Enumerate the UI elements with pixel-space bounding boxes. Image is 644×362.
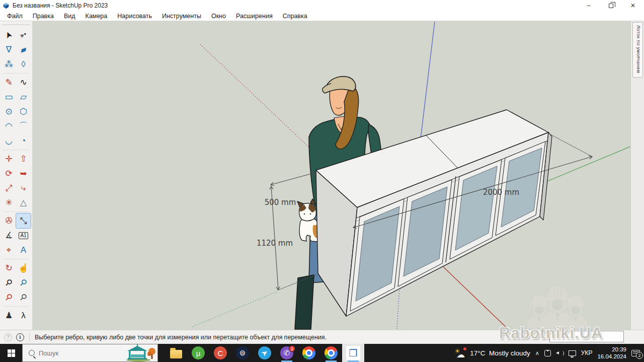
arc-tool[interactable]: ◠ [2, 119, 16, 133]
pie-icon: ◔ [21, 136, 26, 145]
menu-camera[interactable]: Камера [80, 12, 113, 20]
taskbar-apps: µC⊚➤✆2❒ [165, 344, 364, 362]
paint-bucket-tool[interactable]: ∇ [2, 42, 16, 57]
toolbar-grip[interactable] [3, 24, 30, 26]
tray-app-icon[interactable] [544, 350, 551, 356]
two-point-arc-tool[interactable]: ⌒ [16, 119, 31, 133]
3d-text-icon: A [21, 246, 26, 254]
taskbar-clock[interactable]: 20:39 16.04.2024 [597, 346, 626, 360]
orbit-icon: ↻ [5, 264, 12, 272]
rotated-rectangle-tool[interactable]: ▱ [16, 90, 31, 104]
dimension-length-label[interactable]: 2000 mm [483, 188, 519, 197]
walk-tool[interactable]: λ [16, 308, 31, 323]
tape-measure-tool[interactable]: ✇ [2, 213, 16, 228]
hidden-icons-chevron[interactable]: ∧ [535, 350, 539, 356]
dimension-height-label[interactable]: 1120 mm [257, 239, 293, 248]
scale-tool[interactable]: ⤢ [2, 181, 16, 195]
follow-me-tool[interactable]: ➥ [16, 166, 31, 181]
pan-tool[interactable]: ☝ [16, 261, 31, 275]
taskbar-telegram[interactable]: ➤ [254, 344, 276, 362]
scale-icon: ⤢ [6, 184, 13, 192]
freehand-tool[interactable]: ∿ [16, 75, 31, 90]
info-icon[interactable]: i [16, 333, 24, 341]
taskbar-search[interactable] [22, 344, 158, 362]
default-tray-tab[interactable]: Лоток по умолчанию [632, 22, 643, 78]
freehand-icon: ∿ [20, 78, 27, 87]
line-tool[interactable]: ✎ [2, 75, 16, 90]
toolbar-divider [1, 257, 31, 261]
text-tool[interactable]: A1 [16, 228, 31, 243]
select-tool[interactable]: ➤ [2, 28, 16, 42]
zoom-previous-icon: ⚲ [18, 292, 29, 303]
taskbar-viber[interactable]: ✆2 [276, 344, 298, 362]
offset-tool[interactable]: ⤷ [16, 181, 31, 195]
weather-icon: ☀☁ [454, 347, 466, 358]
tape-measure-icon: ✇ [5, 216, 12, 225]
volume-icon[interactable] [556, 350, 564, 356]
zoom-tool[interactable]: ⚲ [2, 275, 16, 290]
menu-edit[interactable]: Правка [28, 12, 59, 20]
network-icon[interactable] [569, 350, 576, 356]
three-point-arc-icon: ◡ [5, 136, 13, 145]
rotate-tool[interactable]: ⟳ [2, 166, 16, 181]
polygon-tool[interactable]: ⬡ [16, 104, 31, 119]
taskbar-chrome-2[interactable] [320, 344, 342, 362]
pie-tool[interactable]: ◔ [16, 133, 31, 148]
dimension-depth-label[interactable]: 500 mm [265, 198, 296, 207]
3d-text-tool[interactable]: A [16, 243, 31, 257]
dimension-tool[interactable]: ⤡ [16, 213, 31, 228]
tag-tool[interactable]: ◊ [16, 57, 31, 71]
dimension-depth[interactable] [271, 173, 315, 185]
move-tool[interactable]: ✛ [2, 152, 16, 166]
flip-tool[interactable]: △ [16, 195, 31, 210]
menu-extensions[interactable]: Расширения [231, 12, 278, 20]
position-camera-tool[interactable]: ♟ [2, 308, 16, 323]
taskbar-weather[interactable]: ☀☁ 17°C Mostly cloudy [454, 347, 530, 358]
circle-tool[interactable]: ⊙ [2, 104, 16, 119]
zoom-window-tool[interactable]: ⚲ [16, 275, 31, 290]
restore-button[interactable] [600, 0, 622, 11]
minimize-button[interactable]: – [578, 0, 600, 11]
paint-bucket-icon: ∇ [6, 45, 12, 54]
taskbar-ccleaner[interactable]: C [209, 344, 231, 362]
taskbar-sketchup[interactable]: ❒ [342, 344, 364, 362]
menu-draw[interactable]: Нарисовать [112, 12, 157, 20]
close-button[interactable]: ✕ [622, 0, 644, 11]
toolbar-divider [1, 71, 31, 75]
menu-window[interactable]: Окно [206, 12, 231, 20]
intersect-tool[interactable]: ✳ [2, 195, 16, 210]
push-pull-tool[interactable]: ⇧ [16, 152, 31, 166]
menu-help[interactable]: Справка [278, 12, 312, 20]
flip-icon: △ [20, 198, 27, 207]
three-point-arc-tool[interactable]: ◡ [2, 133, 16, 148]
rectangle-tool[interactable]: ▭ [2, 90, 16, 104]
zoom-extents-tool[interactable]: ⚲ [2, 290, 16, 305]
search-input[interactable] [39, 349, 99, 357]
taskbar-utorrent[interactable]: µ [187, 344, 209, 362]
orbit-tool[interactable]: ↻ [2, 261, 16, 275]
explorer-icon [170, 350, 182, 358]
components-tool[interactable]: ⁂ [2, 57, 16, 71]
windows-logo-icon [8, 349, 15, 357]
menu-tools[interactable]: Инструменты [157, 12, 206, 20]
sketchup-logo-icon [3, 2, 10, 9]
action-center-icon[interactable]: 2 [631, 350, 640, 356]
watermark-text: Rabotniki.UA [499, 324, 603, 342]
menu-file[interactable]: Файл [2, 12, 28, 20]
sketchup-window: Без названия - SketchUp Pro 2023 – ✕ Фай… [0, 0, 644, 362]
start-button[interactable] [0, 344, 22, 362]
menu-view[interactable]: Вид [59, 12, 80, 20]
taskbar-chrome-1[interactable] [298, 344, 320, 362]
axes-tool[interactable]: ⌖ [2, 243, 16, 257]
lasso-select-tool[interactable]: ➳ [16, 28, 31, 42]
red-axis [443, 267, 507, 328]
eraser-tool[interactable]: ▰ [16, 42, 31, 57]
drawing-canvas[interactable]: 500 mm 1120 mm 2000 mm [33, 21, 630, 330]
zoom-previous-tool[interactable]: ⚲ [16, 290, 31, 305]
toolbar-divider [1, 148, 31, 152]
protractor-tool[interactable]: ∡ [2, 228, 16, 243]
taskbar-steam[interactable]: ⊚ [231, 344, 254, 362]
language-indicator[interactable]: УКР [581, 349, 593, 356]
taskbar-explorer[interactable] [165, 344, 187, 362]
geolocation-icon[interactable]: ? [4, 333, 12, 341]
